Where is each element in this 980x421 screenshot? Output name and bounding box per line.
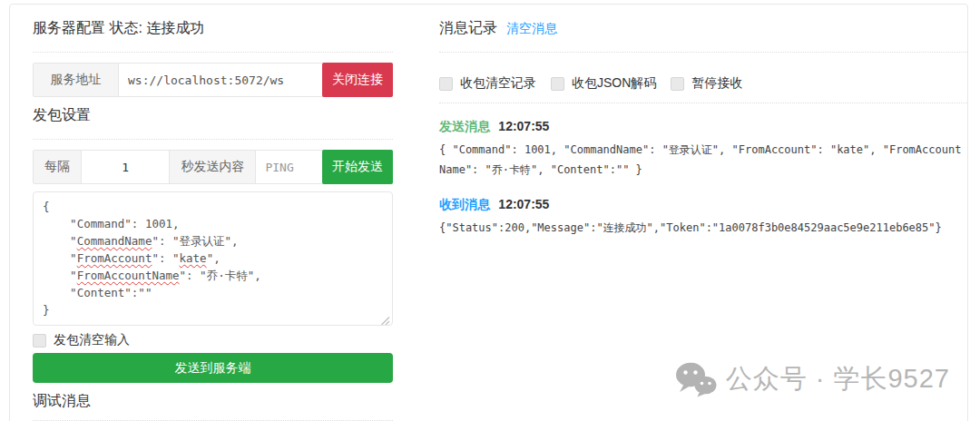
send-settings-heading: 发包设置 (33, 106, 393, 125)
interval-input[interactable] (82, 151, 169, 183)
clear-after-send-label: 发包清空输入 (54, 332, 130, 348)
wechat-icon (675, 361, 717, 397)
sent-message-body: { "Command": 1001, "CommandName": "登录认证"… (439, 140, 967, 180)
sent-message-entry: 发送消息 12:07:55 { "Command": 1001, "Comman… (439, 119, 967, 180)
close-connection-button[interactable]: 关闭连接 (322, 63, 393, 97)
message-log-heading: 消息记录 (439, 19, 497, 38)
ping-content-input[interactable] (256, 151, 323, 183)
pause-receiving-checkbox[interactable] (671, 77, 684, 91)
message-log-panel: 消息记录 清空消息 收包清空记录 收包JSON解码 暂停接收 发送消息 12:0… (439, 5, 967, 421)
server-config-panel: 服务器配置 状态: 连接成功 服务地址 关闭连接 发包设置 每隔 秒发送内容 开… (33, 5, 393, 421)
main-card: 服务器配置 状态: 连接成功 服务地址 关闭连接 发包设置 每隔 秒发送内容 开… (9, 4, 968, 421)
payload-editor[interactable]: { "Command": 1001, "CommandName": "登录认证"… (33, 191, 393, 326)
received-message-label: 收到消息 (439, 197, 490, 211)
divider (439, 103, 967, 103)
clear-messages-link[interactable]: 清空消息 (506, 21, 557, 37)
watermark-text: 公众号 · 学长9527 (726, 361, 950, 397)
sent-message-label: 发送消息 (439, 119, 490, 133)
send-to-server-button[interactable]: 发送到服务端 (33, 353, 393, 383)
clear-after-send-checkbox[interactable] (33, 334, 46, 348)
received-message-entry: 收到消息 12:07:55 {"Status":200,"Message":"连… (439, 197, 967, 238)
clear-after-send-row: 发包清空输入 (33, 332, 393, 348)
received-message-time: 12:07:55 (498, 197, 549, 211)
server-config-heading: 服务器配置 状态: 连接成功 (33, 19, 393, 38)
received-message-body: {"Status":200,"Message":"连接成功","Token":"… (439, 218, 967, 238)
pause-receiving-label: 暂停接收 (691, 75, 742, 92)
watermark: 公众号 · 学长9527 (675, 361, 950, 397)
start-sending-button[interactable]: 开始发送 (322, 150, 393, 184)
interval-prefix-label: 每隔 (34, 151, 82, 183)
address-group: 服务地址 关闭连接 (33, 63, 393, 97)
interval-suffix-label: 秒发送内容 (169, 151, 256, 183)
message-log-header: 消息记录 清空消息 (439, 19, 967, 38)
receive-options-row: 收包清空记录 收包JSON解码 暂停接收 (439, 75, 967, 92)
resize-handle-icon[interactable] (380, 313, 390, 323)
divider (33, 139, 393, 140)
interval-group: 每隔 秒发送内容 开始发送 (33, 150, 393, 184)
address-label: 服务地址 (34, 64, 119, 96)
divider (33, 52, 393, 53)
payload-editor-content[interactable]: { "Command": 1001, "CommandName": "登录认证"… (43, 198, 383, 318)
json-decode-checkbox[interactable] (551, 77, 564, 91)
clear-on-receive-checkbox[interactable] (439, 77, 453, 91)
debug-messages-heading: 调试消息 (33, 392, 393, 411)
sent-message-time: 12:07:55 (498, 119, 549, 133)
address-input[interactable] (119, 64, 323, 96)
divider (439, 52, 967, 53)
json-decode-label: 收包JSON解码 (572, 75, 656, 92)
clear-on-receive-label: 收包清空记录 (460, 75, 536, 92)
